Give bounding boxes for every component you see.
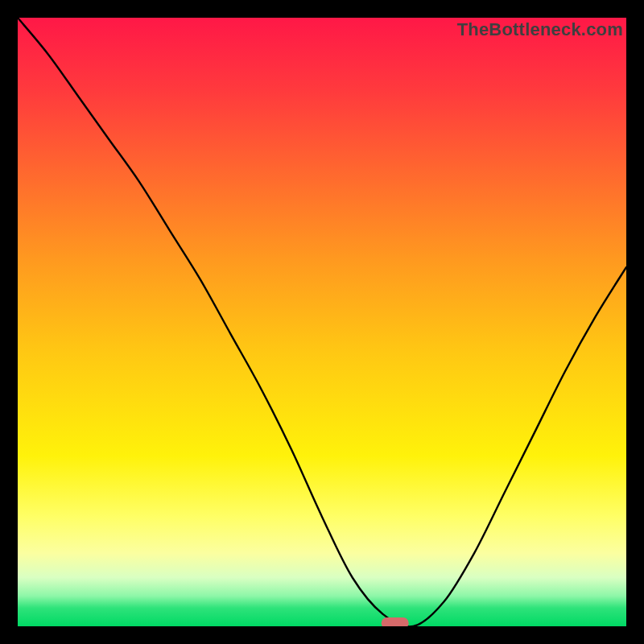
chart-svg (18, 18, 626, 626)
plot-area: TheBottleneck.com (18, 18, 626, 626)
bottleneck-curve (18, 18, 626, 626)
chart-frame: TheBottleneck.com (0, 0, 644, 644)
min-marker (382, 617, 409, 626)
